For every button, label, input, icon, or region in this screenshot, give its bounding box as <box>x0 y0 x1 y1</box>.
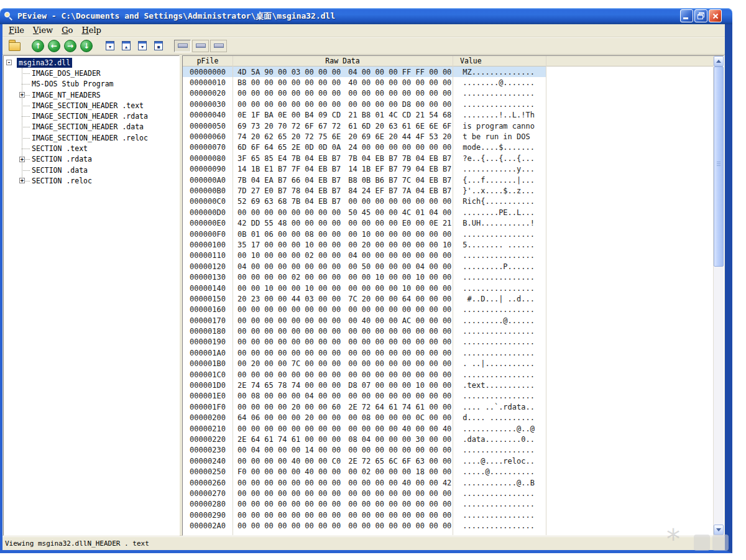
hex-row[interactable]: 00000040 0E 1F BA 0E 00 B4 09 CD 21 B8 0… <box>183 110 724 121</box>
hex-row[interactable]: 000001E0 00 08 00 00 00 04 00 00 00 00 0… <box>183 391 724 402</box>
hex-row[interactable]: 000001C0 00 00 00 00 00 00 00 00 00 00 0… <box>183 369 724 380</box>
hex-bytes-left: 00 00 00 00 00 00 00 00 <box>237 208 341 217</box>
hex-row[interactable]: 00000120 04 00 00 00 00 00 00 00 00 50 0… <box>183 261 724 272</box>
minimize-button[interactable] <box>680 9 693 22</box>
tree-item-label[interactable]: IMAGE_SECTION_HEADER .rdata <box>30 111 150 121</box>
hex-row[interactable]: 00000260 00 00 00 00 00 00 00 00 00 00 0… <box>183 477 724 488</box>
tree-item-label[interactable]: SECTION .text <box>30 144 90 154</box>
tree-item-label[interactable]: SECTION .data <box>30 165 90 175</box>
hex-row[interactable]: 000000B0 7D 27 E0 B7 78 04 EB B7 84 24 E… <box>183 185 724 196</box>
close-button[interactable] <box>709 9 722 22</box>
menu-help[interactable]: Help <box>77 24 106 37</box>
hex-row[interactable]: 000000D0 00 00 00 00 00 00 00 00 50 45 0… <box>183 207 724 218</box>
view-collapse-button[interactable]: ▴ <box>118 39 134 53</box>
hex-offset: 00000170 <box>183 316 233 325</box>
menu-view[interactable]: View <box>29 24 57 37</box>
hex-row[interactable]: 00000110 00 10 00 00 00 02 00 00 04 00 0… <box>183 250 724 261</box>
hex-row[interactable]: 000001F0 00 00 00 00 20 00 00 60 2E 72 6… <box>183 402 724 412</box>
menu-file[interactable]: File <box>4 24 29 37</box>
tree-item-label[interactable]: IMAGE_NT_HEADERS <box>30 90 103 100</box>
tree-item-label[interactable]: IMAGE_SECTION_HEADER .reloc <box>30 133 150 143</box>
go-forward-button[interactable]: → <box>62 39 78 53</box>
hex-row[interactable]: 000000A0 7B 04 EA B7 66 04 EB B7 B8 0B B… <box>183 175 724 185</box>
tree-item[interactable]: + SECTION .reloc <box>4 175 179 186</box>
hex-row[interactable]: 00000030 00 00 00 00 00 00 00 00 00 00 0… <box>183 99 724 109</box>
tree-item[interactable]: IMAGE_DOS_HEADER <box>4 68 179 78</box>
hex-row[interactable]: 000000E0 42 DD 55 48 00 00 00 00 00 00 0… <box>183 218 724 228</box>
hex-row[interactable]: 00000140 00 00 10 00 00 10 00 00 00 00 0… <box>183 283 724 293</box>
hex-row[interactable]: 00000160 00 00 00 00 00 00 00 00 00 00 0… <box>183 305 724 315</box>
tree-item-label[interactable]: IMAGE_SECTION_HEADER .data <box>30 122 145 132</box>
hex-row[interactable]: 00000220 2E 64 61 74 61 00 00 00 08 04 0… <box>183 434 724 444</box>
expand-toggle-icon[interactable]: + <box>19 92 25 98</box>
hex-row[interactable]: 00000230 00 04 00 00 00 14 00 00 00 00 0… <box>183 445 724 456</box>
view-next-button[interactable]: ▾ <box>134 39 150 53</box>
mode-dword-button[interactable] <box>210 40 227 52</box>
hex-row[interactable]: 000000C0 52 69 63 68 7B 04 EB B7 00 00 0… <box>183 196 724 207</box>
scroll-up-button[interactable] <box>714 56 724 67</box>
tree-item[interactable]: IMAGE_SECTION_HEADER .text <box>4 100 179 111</box>
tree-item[interactable]: IMAGE_SECTION_HEADER .reloc <box>4 132 179 143</box>
column-header-value[interactable]: Value <box>453 57 482 65</box>
tree-item[interactable]: MS-DOS Stub Program <box>4 79 179 90</box>
tree-item-label[interactable]: msgina32.dll <box>17 58 72 68</box>
hex-row[interactable]: 00000290 00 00 00 00 00 00 00 00 00 00 0… <box>183 510 724 520</box>
go-back-button[interactable]: ← <box>46 39 62 53</box>
hex-row[interactable]: 00000100 35 17 00 00 00 10 00 00 00 20 0… <box>183 239 724 250</box>
hex-offset: 00000140 <box>183 284 233 293</box>
mode-byte-button[interactable] <box>174 40 191 52</box>
hex-row[interactable]: 00000270 00 00 00 00 00 00 00 00 00 00 0… <box>183 488 724 498</box>
tree-item[interactable]: IMAGE_SECTION_HEADER .data <box>4 122 179 132</box>
hex-row[interactable]: 00000280 00 00 00 00 00 00 00 00 00 00 0… <box>183 499 724 510</box>
restore-button[interactable] <box>694 9 707 22</box>
hex-row[interactable]: 00000250 F0 00 00 00 00 40 00 00 00 02 0… <box>183 466 724 477</box>
hex-row[interactable]: 00000050 69 73 20 70 72 6F 67 72 61 6D 2… <box>183 121 724 131</box>
hex-row[interactable]: 00000010 B8 00 00 00 00 00 00 00 40 00 0… <box>183 77 724 88</box>
hex-row[interactable]: 000001D0 2E 74 65 78 74 00 00 00 D8 07 0… <box>183 380 724 390</box>
hex-row[interactable]: 00000060 74 20 62 65 20 72 75 6E 20 69 6… <box>183 131 724 142</box>
hex-row[interactable]: 00000020 00 00 00 00 00 00 00 00 00 00 0… <box>183 88 724 99</box>
expand-toggle-icon[interactable]: - <box>6 60 12 65</box>
title-bar[interactable]: PEview - C:\Documents and Settings\Admin… <box>0 8 732 24</box>
vertical-scrollbar[interactable] <box>713 56 724 535</box>
hex-row[interactable]: 000002A0 00 00 00 00 00 00 00 00 00 00 0… <box>183 520 724 531</box>
expand-toggle-icon[interactable]: + <box>19 157 25 162</box>
tree-item-label[interactable]: SECTION .rdata <box>30 154 94 164</box>
hex-row[interactable]: 00000000 4D 5A 90 00 03 00 00 00 04 00 0… <box>183 67 724 77</box>
mode-word-button[interactable] <box>192 40 209 52</box>
hex-row[interactable]: 00000170 00 00 00 00 00 00 00 00 00 40 0… <box>183 315 724 326</box>
tree-item[interactable]: + SECTION .rdata <box>4 154 179 165</box>
tree-item-label[interactable]: SECTION .reloc <box>30 176 94 186</box>
tree-item-label[interactable]: IMAGE_SECTION_HEADER .text <box>30 101 145 111</box>
tree-item[interactable]: SECTION .data <box>4 165 179 175</box>
tree-item[interactable]: - msgina32.dll <box>4 57 179 68</box>
hex-row[interactable]: 000000F0 0B 01 06 00 00 08 00 00 00 10 0… <box>183 229 724 239</box>
hex-row[interactable]: 00000210 00 00 00 00 00 00 00 00 00 00 0… <box>183 423 724 434</box>
hex-row[interactable]: 00000200 64 06 00 00 00 20 00 00 00 08 0… <box>183 413 724 423</box>
hex-row[interactable]: 00000190 00 00 00 00 00 00 00 00 00 00 0… <box>183 337 724 347</box>
hex-row[interactable]: 00000180 00 00 00 00 00 00 00 00 00 00 0… <box>183 326 724 336</box>
column-header-rawdata[interactable]: Raw Data <box>233 57 453 65</box>
hex-row[interactable]: 00000080 3F 65 85 E4 7B 04 EB B7 7B 04 E… <box>183 153 724 163</box>
view-expand-button[interactable]: ▾ <box>102 39 118 53</box>
hex-row[interactable]: 00000130 00 00 00 00 02 00 00 00 00 00 1… <box>183 272 724 282</box>
tree-item-label[interactable]: IMAGE_DOS_HEADER <box>30 68 103 78</box>
go-down-button[interactable]: ↓ <box>78 39 94 53</box>
tree-item[interactable]: + IMAGE_NT_HEADERS <box>4 90 179 100</box>
open-file-button[interactable] <box>6 39 22 53</box>
view-item-button[interactable]: ▪ <box>150 39 167 53</box>
hex-row[interactable]: 00000240 00 00 00 00 40 00 00 C0 2E 72 6… <box>183 456 724 466</box>
hex-row[interactable]: 00000070 6D 6F 64 65 2E 0D 0D 0A 24 00 0… <box>183 142 724 153</box>
tree-item[interactable]: SECTION .text <box>4 143 179 154</box>
tree-item[interactable]: IMAGE_SECTION_HEADER .rdata <box>4 111 179 121</box>
go-up-button[interactable]: ↑ <box>30 39 46 53</box>
menu-go[interactable]: Go <box>57 24 77 37</box>
hex-row[interactable]: 000001B0 00 20 00 00 7C 00 00 00 00 00 0… <box>183 359 724 369</box>
hex-row[interactable]: 000001A0 00 00 00 00 00 00 00 00 00 00 0… <box>183 347 724 358</box>
tree-item-label[interactable]: MS-DOS Stub Program <box>30 79 116 89</box>
hex-row[interactable]: 00000090 14 1B E1 B7 7F 04 EB B7 14 1B E… <box>183 164 724 175</box>
column-header-pfile[interactable]: pFile <box>183 57 233 65</box>
scrollbar-thumb[interactable] <box>714 67 724 267</box>
expand-toggle-icon[interactable]: + <box>19 178 25 183</box>
hex-row[interactable]: 00000150 20 23 00 00 44 03 00 00 7C 20 0… <box>183 293 724 304</box>
